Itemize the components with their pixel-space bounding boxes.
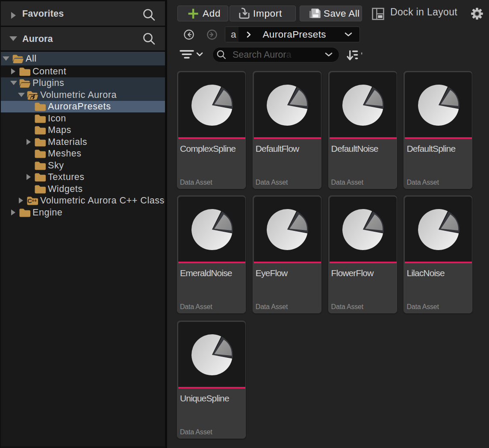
svg-text:++: ++ bbox=[32, 199, 37, 203]
